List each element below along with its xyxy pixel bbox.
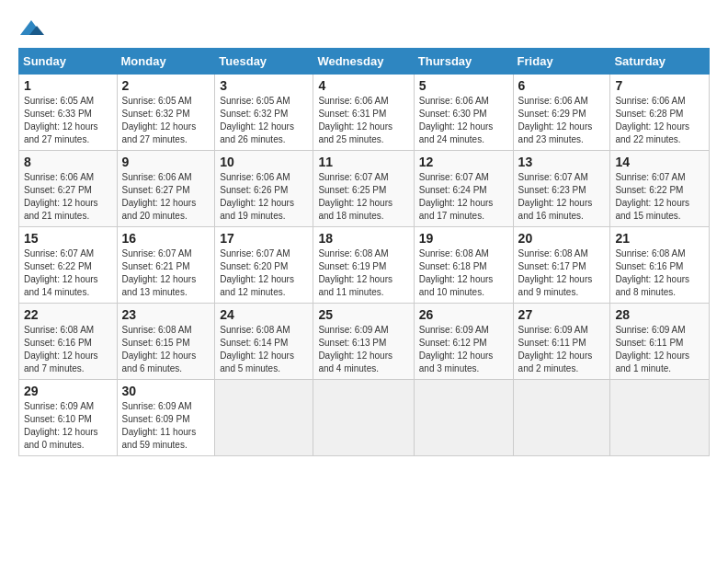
calendar-day-cell: 23Sunrise: 6:08 AMSunset: 6:15 PMDayligh…: [117, 304, 215, 380]
calendar-day-cell: 4Sunrise: 6:06 AMSunset: 6:31 PMDaylight…: [313, 75, 414, 151]
calendar-body: 1Sunrise: 6:05 AMSunset: 6:33 PMDaylight…: [19, 75, 710, 456]
day-number: 5: [419, 78, 508, 93]
day-info: Sunrise: 6:09 AMSunset: 6:11 PMDaylight:…: [518, 324, 606, 375]
day-number: 30: [122, 384, 210, 398]
calendar-day-cell: [414, 380, 513, 456]
calendar-day-cell: 25Sunrise: 6:09 AMSunset: 6:13 PMDayligh…: [313, 304, 414, 380]
calendar-day-cell: [610, 380, 710, 456]
calendar-day-cell: 24Sunrise: 6:08 AMSunset: 6:14 PMDayligh…: [215, 304, 313, 380]
day-info: Sunrise: 6:06 AMSunset: 6:29 PMDaylight:…: [518, 95, 606, 146]
calendar-day-cell: 29Sunrise: 6:09 AMSunset: 6:10 PMDayligh…: [19, 380, 118, 456]
day-number: 14: [615, 155, 704, 169]
weekday-header-cell: Sunday: [19, 49, 118, 75]
calendar-day-cell: 10Sunrise: 6:06 AMSunset: 6:26 PMDayligh…: [215, 151, 313, 227]
day-number: 18: [318, 231, 408, 246]
day-number: 22: [24, 307, 112, 322]
day-number: 15: [24, 231, 112, 246]
day-info: Sunrise: 6:09 AMSunset: 6:11 PMDaylight:…: [615, 324, 704, 375]
day-number: 9: [122, 155, 210, 169]
calendar-day-cell: 6Sunrise: 6:06 AMSunset: 6:29 PMDaylight…: [513, 75, 610, 151]
weekday-header-row: SundayMondayTuesdayWednesdayThursdayFrid…: [19, 49, 710, 75]
calendar-day-cell: 3Sunrise: 6:05 AMSunset: 6:32 PMDaylight…: [215, 75, 313, 151]
day-info: Sunrise: 6:09 AMSunset: 6:12 PMDaylight:…: [419, 324, 508, 375]
calendar-day-cell: 17Sunrise: 6:07 AMSunset: 6:20 PMDayligh…: [215, 227, 313, 304]
weekday-header-cell: Wednesday: [313, 49, 414, 75]
day-info: Sunrise: 6:06 AMSunset: 6:26 PMDaylight:…: [220, 171, 308, 223]
day-number: 2: [122, 78, 210, 93]
day-info: Sunrise: 6:09 AMSunset: 6:13 PMDaylight:…: [318, 324, 408, 375]
day-info: Sunrise: 6:08 AMSunset: 6:17 PMDaylight:…: [518, 247, 606, 299]
day-number: 29: [24, 384, 112, 398]
day-number: 28: [615, 307, 704, 322]
day-info: Sunrise: 6:07 AMSunset: 6:21 PMDaylight:…: [122, 247, 210, 299]
calendar-day-cell: 21Sunrise: 6:08 AMSunset: 6:16 PMDayligh…: [610, 227, 710, 304]
calendar-day-cell: 28Sunrise: 6:09 AMSunset: 6:11 PMDayligh…: [610, 304, 710, 380]
calendar-day-cell: 22Sunrise: 6:08 AMSunset: 6:16 PMDayligh…: [19, 304, 118, 380]
day-info: Sunrise: 6:07 AMSunset: 6:24 PMDaylight:…: [419, 171, 508, 223]
day-number: 6: [518, 78, 606, 93]
calendar-day-cell: 7Sunrise: 6:06 AMSunset: 6:28 PMDaylight…: [610, 75, 710, 151]
calendar-day-cell: 20Sunrise: 6:08 AMSunset: 6:17 PMDayligh…: [513, 227, 610, 304]
day-number: 20: [518, 231, 606, 246]
weekday-header-cell: Thursday: [414, 49, 513, 75]
day-number: 21: [615, 231, 704, 246]
calendar-week-row: 29Sunrise: 6:09 AMSunset: 6:10 PMDayligh…: [19, 380, 710, 456]
calendar-day-cell: 2Sunrise: 6:05 AMSunset: 6:32 PMDaylight…: [117, 75, 215, 151]
calendar-day-cell: 16Sunrise: 6:07 AMSunset: 6:21 PMDayligh…: [117, 227, 215, 304]
day-info: Sunrise: 6:07 AMSunset: 6:20 PMDaylight:…: [220, 247, 308, 299]
calendar-day-cell: 15Sunrise: 6:07 AMSunset: 6:22 PMDayligh…: [19, 227, 118, 304]
calendar-week-row: 1Sunrise: 6:05 AMSunset: 6:33 PMDaylight…: [19, 75, 710, 151]
calendar-week-row: 8Sunrise: 6:06 AMSunset: 6:27 PMDaylight…: [19, 151, 710, 227]
day-info: Sunrise: 6:08 AMSunset: 6:19 PMDaylight:…: [318, 247, 408, 299]
day-info: Sunrise: 6:06 AMSunset: 6:31 PMDaylight:…: [318, 95, 408, 146]
logo: [18, 18, 48, 39]
day-number: 26: [419, 307, 508, 322]
day-info: Sunrise: 6:05 AMSunset: 6:33 PMDaylight:…: [24, 95, 112, 146]
calendar-day-cell: 26Sunrise: 6:09 AMSunset: 6:12 PMDayligh…: [414, 304, 513, 380]
calendar-day-cell: 9Sunrise: 6:06 AMSunset: 6:27 PMDaylight…: [117, 151, 215, 227]
day-number: 25: [318, 307, 408, 322]
calendar-day-cell: 19Sunrise: 6:08 AMSunset: 6:18 PMDayligh…: [414, 227, 513, 304]
day-info: Sunrise: 6:07 AMSunset: 6:22 PMDaylight:…: [615, 171, 704, 223]
calendar-day-cell: 5Sunrise: 6:06 AMSunset: 6:30 PMDaylight…: [414, 75, 513, 151]
calendar-day-cell: 30Sunrise: 6:09 AMSunset: 6:09 PMDayligh…: [117, 380, 215, 456]
day-number: 24: [220, 307, 308, 322]
day-number: 8: [24, 155, 112, 169]
calendar-day-cell: 12Sunrise: 6:07 AMSunset: 6:24 PMDayligh…: [414, 151, 513, 227]
day-number: 11: [318, 155, 408, 169]
calendar-day-cell: [313, 380, 414, 456]
day-number: 3: [220, 78, 308, 93]
calendar-table: SundayMondayTuesdayWednesdayThursdayFrid…: [18, 48, 710, 456]
calendar-day-cell: 1Sunrise: 6:05 AMSunset: 6:33 PMDaylight…: [19, 75, 118, 151]
day-info: Sunrise: 6:07 AMSunset: 6:23 PMDaylight:…: [518, 171, 606, 223]
day-number: 17: [220, 231, 308, 246]
day-info: Sunrise: 6:07 AMSunset: 6:22 PMDaylight:…: [24, 247, 112, 299]
day-number: 1: [24, 78, 112, 93]
day-number: 13: [518, 155, 606, 169]
calendar-day-cell: 11Sunrise: 6:07 AMSunset: 6:25 PMDayligh…: [313, 151, 414, 227]
weekday-header-cell: Tuesday: [215, 49, 313, 75]
page-header: [18, 18, 710, 39]
calendar-day-cell: 27Sunrise: 6:09 AMSunset: 6:11 PMDayligh…: [513, 304, 610, 380]
calendar-day-cell: 14Sunrise: 6:07 AMSunset: 6:22 PMDayligh…: [610, 151, 710, 227]
weekday-header-cell: Friday: [513, 49, 610, 75]
day-info: Sunrise: 6:09 AMSunset: 6:09 PMDaylight:…: [122, 400, 210, 452]
day-number: 10: [220, 155, 308, 169]
calendar-day-cell: [215, 380, 313, 456]
day-info: Sunrise: 6:06 AMSunset: 6:28 PMDaylight:…: [615, 95, 704, 146]
weekday-header-cell: Monday: [117, 49, 215, 75]
day-info: Sunrise: 6:08 AMSunset: 6:15 PMDaylight:…: [122, 324, 210, 375]
calendar-day-cell: 13Sunrise: 6:07 AMSunset: 6:23 PMDayligh…: [513, 151, 610, 227]
day-info: Sunrise: 6:09 AMSunset: 6:10 PMDaylight:…: [24, 400, 112, 452]
logo-icon: [18, 18, 44, 39]
day-info: Sunrise: 6:06 AMSunset: 6:27 PMDaylight:…: [122, 171, 210, 223]
day-number: 19: [419, 231, 508, 246]
calendar-day-cell: 18Sunrise: 6:08 AMSunset: 6:19 PMDayligh…: [313, 227, 414, 304]
day-info: Sunrise: 6:06 AMSunset: 6:27 PMDaylight:…: [24, 171, 112, 223]
day-info: Sunrise: 6:08 AMSunset: 6:16 PMDaylight:…: [615, 247, 704, 299]
weekday-header-cell: Saturday: [610, 49, 710, 75]
day-number: 4: [318, 78, 408, 93]
day-info: Sunrise: 6:07 AMSunset: 6:25 PMDaylight:…: [318, 171, 408, 223]
calendar-week-row: 15Sunrise: 6:07 AMSunset: 6:22 PMDayligh…: [19, 227, 710, 304]
calendar-day-cell: 8Sunrise: 6:06 AMSunset: 6:27 PMDaylight…: [19, 151, 118, 227]
